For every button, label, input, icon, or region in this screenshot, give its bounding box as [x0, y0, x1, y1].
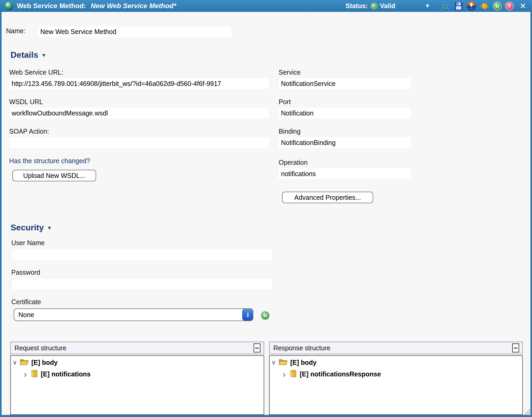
title-bar: Web Service Method: New Web Service Meth…: [0, 0, 532, 12]
details-heading-text: Details: [11, 50, 38, 60]
web-service-method-window: Web Service Method: New Web Service Meth…: [0, 0, 532, 417]
closed-folder-icon: [289, 370, 297, 379]
service-input[interactable]: [279, 78, 411, 89]
app-globe-icon: [5, 2, 13, 10]
certificate-select[interactable]: None ▲▼: [14, 308, 253, 321]
close-icon[interactable]: ✕: [520, 2, 526, 10]
request-collapse-button[interactable]: [254, 343, 260, 352]
tree-row[interactable]: ∨ [E] body: [270, 357, 522, 367]
web-service-url-label: Web Service URL:: [9, 69, 63, 76]
service-label: Service: [279, 69, 301, 76]
response-structure-tree: ∨ [E] body › [E] notificationsResponse: [269, 355, 523, 415]
soap-action-label: SOAP Action:: [9, 128, 49, 135]
save-icon[interactable]: [454, 1, 463, 11]
user-name-input[interactable]: [12, 249, 272, 260]
wsdl-url-input[interactable]: [9, 108, 269, 118]
response-collapse-button[interactable]: [512, 343, 519, 352]
security-heading[interactable]: Security▼: [11, 223, 52, 232]
request-structure-header: Request structure: [10, 342, 264, 354]
password-input[interactable]: [12, 279, 272, 289]
validate-graph-icon[interactable]: [441, 1, 451, 11]
response-structure-title: Response structure: [270, 344, 512, 352]
chevron-right-icon[interactable]: ›: [280, 370, 288, 378]
chevron-down-icon[interactable]: ∨: [270, 359, 278, 366]
chevron-down-icon[interactable]: ∨: [11, 359, 19, 366]
port-label: Port: [279, 98, 291, 106]
status-valid-orb: [371, 3, 377, 9]
closed-folder-icon: [30, 370, 38, 379]
security-heading-text: Security: [11, 223, 44, 232]
structure-changed-link[interactable]: Has the structure changed?: [9, 157, 90, 165]
refresh-icon[interactable]: ↻: [493, 2, 502, 11]
operation-input[interactable]: [279, 168, 411, 179]
status-label: Status:: [346, 2, 368, 10]
certificate-stepper-icon: ▲▼: [242, 308, 253, 321]
binding-label: Binding: [279, 128, 301, 135]
deploy-icon[interactable]: [466, 1, 476, 11]
details-heading[interactable]: Details▼: [11, 50, 46, 60]
tree-node-label[interactable]: [E] body: [290, 359, 317, 366]
window-title-label: Web Service Method:: [17, 2, 86, 10]
request-structure-title: Request structure: [11, 344, 254, 352]
tree-row[interactable]: › [E] notifications: [11, 369, 264, 379]
tree-node-label[interactable]: [E] notificationsResponse: [300, 370, 381, 378]
password-label: Password: [11, 269, 40, 276]
certificate-label: Certificate: [11, 298, 41, 306]
soap-action-input[interactable]: [9, 137, 269, 148]
open-folder-icon: [20, 358, 29, 367]
status-dropdown-caret-icon[interactable]: ▼: [425, 3, 430, 9]
port-input[interactable]: [279, 108, 411, 118]
open-folder-icon: [279, 358, 288, 367]
binding-input[interactable]: [279, 137, 411, 148]
certificate-refresh-icon[interactable]: ↻: [261, 311, 270, 320]
tree-node-label[interactable]: [E] body: [31, 359, 58, 366]
chevron-right-icon[interactable]: ›: [21, 370, 29, 378]
security-collapse-caret-icon: ▼: [47, 225, 52, 231]
web-service-url-input[interactable]: [9, 78, 269, 89]
tree-row[interactable]: › [E] notificationsResponse: [270, 369, 522, 379]
certificate-selected-value: None: [14, 311, 243, 319]
response-structure-header: Response structure: [269, 342, 523, 354]
request-structure-tree: ∨ [E] body › [E] notifications: [10, 355, 264, 415]
operation-label: Operation: [279, 159, 308, 166]
details-collapse-caret-icon: ▼: [41, 52, 46, 58]
resize-grip[interactable]: [524, 408, 531, 416]
advanced-properties-button[interactable]: Advanced Properties...: [282, 192, 373, 203]
tree-row[interactable]: ∨ [E] body: [11, 357, 264, 367]
user-name-label: User Name: [11, 239, 45, 247]
help-icon[interactable]: ?: [505, 2, 514, 11]
jitterbit-orange-icon[interactable]: [480, 1, 490, 11]
name-input[interactable]: [38, 26, 231, 37]
tree-node-label[interactable]: [E] notifications: [41, 370, 91, 378]
upload-new-wsdl-button[interactable]: Upload New WSDL...: [12, 170, 96, 181]
content-area: [2, 12, 530, 415]
status-value: Valid: [380, 2, 395, 10]
window-title-value: New Web Service Method*: [91, 2, 176, 10]
wsdl-url-label: WSDL URL: [9, 98, 43, 106]
name-label: Name:: [6, 27, 26, 35]
